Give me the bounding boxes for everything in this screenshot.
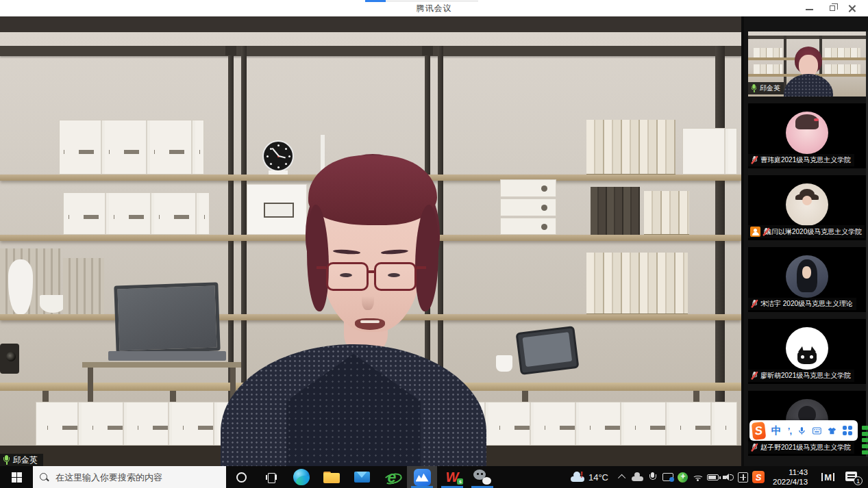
start-button[interactable] [0, 466, 33, 488]
wifi-icon [693, 473, 704, 481]
person-bangs [308, 155, 437, 225]
chinese-mode-icon[interactable]: 中 [771, 424, 782, 437]
browser-button[interactable]: e [377, 466, 407, 488]
action-center-button[interactable]: 1 [845, 472, 858, 483]
cortana-button[interactable] [226, 466, 256, 488]
file-explorer-icon [323, 472, 340, 483]
search-input[interactable] [55, 472, 213, 483]
title-bar: 腾讯会议 [0, 0, 868, 16]
task-view-button[interactable] [256, 466, 286, 488]
person-nose [362, 287, 374, 310]
restore-icon [830, 5, 835, 11]
glasses-temple [317, 266, 326, 269]
glasses-lens [326, 262, 369, 291]
tencent-meeting-window: 腾讯会议 [0, 0, 868, 488]
file-explorer-button[interactable] [317, 466, 347, 488]
weather-temp: 14°C [588, 472, 608, 483]
wps-office-icon: Ws [446, 470, 459, 484]
clock-time: 11:43 [773, 467, 808, 477]
mic-on-icon [751, 84, 757, 92]
participant-name-label: 邱金英 [748, 82, 784, 94]
participant-name-label: 魏闫以琳2020级马克思主义学院 [748, 225, 865, 238]
weather-widget[interactable]: ! 14°C [564, 472, 615, 483]
sidebar-scrollbar-thumb[interactable] [862, 426, 868, 457]
participant-tile[interactable]: 曹玮庭2021级马克思主义学院 [748, 103, 866, 168]
soft-keyboard-icon[interactable] [813, 425, 821, 437]
mic-on-icon [3, 455, 10, 465]
participant-name-label: 宋洁宇 2020级马克思主义理论 [748, 298, 856, 310]
input-method-icon [738, 472, 748, 483]
wps-office-button[interactable]: Ws [437, 466, 467, 488]
browser-e-icon: e [384, 469, 400, 485]
glasses-bridge [367, 270, 375, 273]
participant-name-label: 廖昕萌2021级马克思主义学院 [748, 370, 854, 382]
mic-muted-icon [751, 156, 758, 164]
person-mouth [355, 318, 385, 330]
mic-muted-icon [751, 372, 758, 380]
participant-tile[interactable]: 宋洁宇 2020级马克思主义理论 [748, 247, 866, 312]
participant-name-text: 邱金英 [760, 84, 780, 93]
cloud-icon [632, 474, 643, 481]
sogou-ime-toolbar[interactable]: S 中 ’, [749, 420, 858, 441]
avatar [786, 183, 828, 226]
taskbar-tray-area: ! 14°C S 11:43 2022/4/13 M [564, 466, 868, 488]
cast-tray-button[interactable] [660, 466, 675, 488]
window-title: 腾讯会议 [0, 3, 868, 14]
top-accent-line [365, 0, 386, 2]
edge-button[interactable] [286, 466, 317, 488]
voice-input-icon[interactable] [797, 425, 806, 437]
mic-muted-icon [751, 444, 758, 452]
participant-name-text: 宋洁宇 2020级马克思主义理论 [760, 299, 853, 309]
sogou-logo-icon[interactable]: S [752, 422, 766, 440]
tencent-meeting-button[interactable] [407, 466, 437, 488]
participant-name-label: 赵子野2021级马克思主义学院 [748, 441, 854, 454]
main-video-feed[interactable]: 邱金英 [0, 32, 741, 466]
cortana-icon [236, 472, 247, 483]
microphone-tray-button[interactable] [645, 466, 660, 488]
speaker-person [0, 32, 741, 466]
toolbox-icon[interactable] [843, 426, 853, 436]
onedrive-tray-button[interactable] [630, 466, 645, 488]
close-button[interactable] [845, 0, 868, 16]
punctuation-icon[interactable]: ’, [788, 426, 791, 436]
minimize-button[interactable] [798, 0, 821, 16]
skin-icon[interactable] [828, 425, 836, 437]
participant-tile[interactable]: 魏闫以琳2020级马克思主义学院 [748, 175, 866, 240]
ime-indicator-button[interactable] [736, 466, 751, 488]
edge-icon [293, 469, 310, 485]
participant-tile-self[interactable]: 邱金英 [748, 31, 866, 97]
mail-button[interactable] [347, 466, 377, 488]
tencent-meeting-icon [414, 469, 431, 486]
windows-logo-icon [12, 472, 22, 483]
mini-shelf-items [754, 48, 782, 57]
show-hidden-icons-button[interactable] [615, 466, 630, 488]
mini-bookshelf-board [748, 36, 866, 39]
antivirus-tray-button[interactable] [675, 466, 691, 488]
sogou-tray-icon: S [752, 471, 765, 483]
battery-tray-button[interactable] [706, 466, 721, 488]
taskbar-clock[interactable]: 11:43 2022/4/13 [766, 467, 815, 487]
wechat-button[interactable] [467, 466, 497, 488]
m-indicator-icon: M [824, 472, 832, 483]
participant-tile[interactable]: 廖昕萌2021级马克思主义学院 [748, 319, 866, 384]
participant-name-text: 赵子野2021级马克思主义学院 [760, 443, 851, 452]
glasses-lens [374, 262, 417, 291]
sogou-tray-button[interactable]: S [751, 466, 766, 488]
volume-tray-button[interactable] [721, 466, 736, 488]
m-indicator-button[interactable]: M [815, 472, 841, 483]
network-tray-button[interactable] [691, 466, 706, 488]
restore-button[interactable] [821, 0, 845, 16]
avatar [786, 255, 828, 298]
mini-shelf-items [825, 64, 860, 74]
mail-icon [354, 472, 370, 483]
system-tray: S [615, 466, 766, 488]
taskbar-search-box[interactable] [33, 466, 226, 488]
participant-sidebar[interactable]: 邱金英 曹玮庭2021级马克思主义学院 魏闫以琳2020级马克思主义学院 宋洁宇… [741, 16, 868, 466]
weather-cloud-icon: ! [571, 473, 584, 482]
participant-name-text: 曹玮庭2021级马克思主义学院 [760, 155, 851, 165]
taskbar-pinned-icons: e Ws [226, 466, 497, 488]
minimize-icon [806, 9, 813, 10]
taskbar: e Ws ! 14°C S [0, 466, 868, 488]
microphone-icon [649, 472, 656, 482]
window-controls [798, 0, 868, 16]
